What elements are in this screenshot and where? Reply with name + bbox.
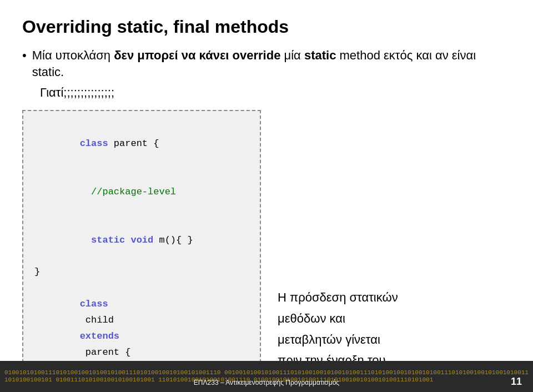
footer-center-text: ΕΠΛ233 – Αντικειμενοστρεφής Προγραμματισ…	[194, 379, 339, 386]
code-keyword-class1: class	[80, 138, 108, 149]
subtitle: Γιατί;;;;;;;;;;;;;;;	[40, 86, 511, 100]
code-comment-package: //package-level	[80, 187, 176, 197]
code-explanation-row: class parent { //package-level static vo…	[22, 110, 511, 392]
explanation-line2: μεθόδων και	[278, 310, 511, 328]
bullet-text-bold2: static	[304, 48, 336, 62]
bullet-text-before: Μία υποκλάση	[32, 48, 114, 62]
code-line-3: static void m(){ }	[34, 217, 249, 265]
code-line-2: //package-level	[34, 168, 249, 217]
code-keyword-void1: void	[130, 235, 153, 245]
explanation-line1: Η πρόσδεση στατικών	[278, 289, 511, 306]
footer-bar: 0100101010011101010010010100101001110101…	[0, 361, 533, 392]
bullet-dot-1: •	[22, 48, 27, 63]
code-line-4: }	[34, 264, 249, 280]
page-title: Overriding static, final methods	[22, 17, 511, 37]
code-keyword-static1: static	[80, 235, 125, 245]
bullet-text-bold: δεν μπορεί να κάνει override	[114, 48, 280, 62]
code-keyword-class2: class	[80, 299, 108, 309]
footer-page-number: 11	[511, 376, 522, 388]
code-keyword-extends: extends	[80, 331, 119, 341]
bullet-text-1: Μία υποκλάση δεν μπορεί να κάνει overrid…	[32, 47, 511, 80]
bullet-text-after: μία	[280, 48, 304, 62]
explanation-box: Η πρόσδεση στατικών μεθόδων και μεταβλητ…	[278, 110, 511, 392]
code-line-1: class parent {	[34, 120, 249, 168]
code-box: class parent { //package-level static vo…	[22, 110, 261, 392]
bullet-item-1: • Μία υποκλάση δεν μπορεί να κάνει overr…	[22, 47, 511, 80]
main-content: Overriding static, final methods • Μία υ…	[0, 0, 533, 361]
explanation-line3: μεταβλητών γίνεται	[278, 331, 511, 349]
